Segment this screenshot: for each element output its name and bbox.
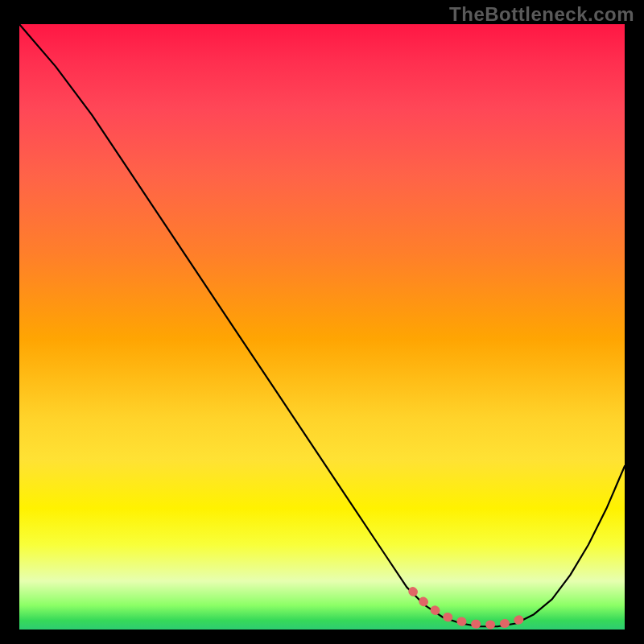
bottleneck-curve-line: [19, 24, 625, 626]
curve-layer: [19, 24, 625, 630]
watermark-label: TheBottleneck.com: [449, 3, 634, 26]
chart-container: TheBottleneck.com: [0, 0, 644, 644]
plot-area: [19, 24, 625, 630]
